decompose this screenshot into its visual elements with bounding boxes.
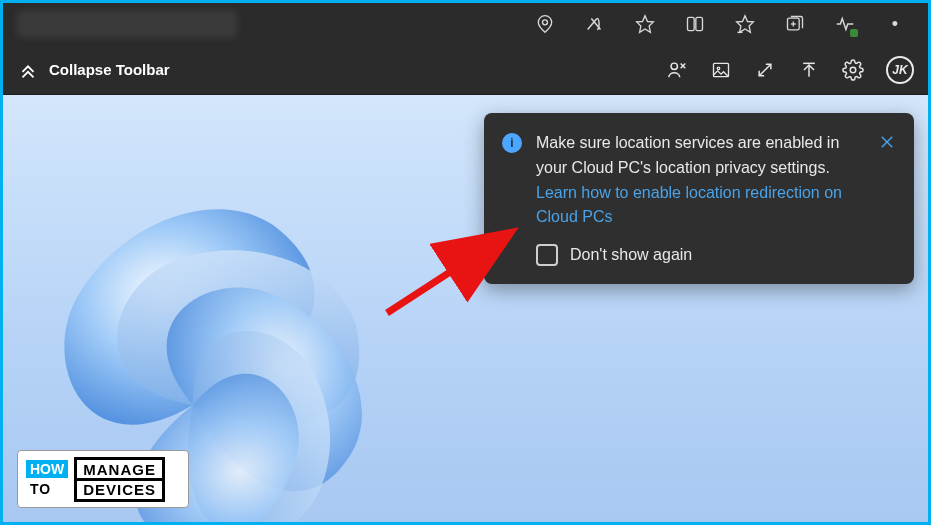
active-tab[interactable] <box>17 10 237 38</box>
more-icon[interactable]: • <box>884 13 906 35</box>
browser-tab-bar: • <box>3 3 928 45</box>
svg-point-11 <box>717 67 720 70</box>
content-viewport: i Make sure location services are enable… <box>3 95 928 522</box>
location-notification: i Make sure location services are enable… <box>484 113 914 284</box>
watermark-manage: MANAGE <box>74 457 165 478</box>
chevron-double-up-icon <box>17 59 39 81</box>
close-icon[interactable] <box>878 133 896 151</box>
collections-icon[interactable] <box>784 13 806 35</box>
split-screen-icon[interactable] <box>684 13 706 35</box>
svg-point-9 <box>671 63 677 69</box>
picture-icon[interactable] <box>710 59 732 81</box>
watermark-to: TO <box>26 480 68 498</box>
dont-show-checkbox[interactable] <box>536 244 558 266</box>
read-aloud-icon[interactable] <box>584 13 606 35</box>
location-icon[interactable] <box>534 13 556 35</box>
collapse-toolbar-button[interactable]: Collapse Toolbar <box>17 59 170 81</box>
gear-icon[interactable] <box>842 59 864 81</box>
watermark-how: HOW <box>26 460 68 478</box>
svg-marker-4 <box>737 16 754 33</box>
person-connect-icon[interactable] <box>666 59 688 81</box>
notification-message: Make sure location services are enabled … <box>536 131 864 230</box>
dont-show-label: Don't show again <box>570 246 692 264</box>
fullscreen-icon[interactable] <box>754 59 776 81</box>
learn-more-link[interactable]: Learn how to enable location redirection… <box>536 184 842 226</box>
user-avatar[interactable]: JK <box>886 56 914 84</box>
favorites-icon[interactable] <box>734 13 756 35</box>
watermark-logo: HOW TO MANAGE DEVICES <box>17 450 189 508</box>
svg-rect-2 <box>688 17 695 30</box>
app-toolbar: Collapse Toolbar JK <box>3 45 928 95</box>
svg-marker-1 <box>637 16 654 33</box>
svg-point-0 <box>543 20 548 25</box>
star-icon[interactable] <box>634 13 656 35</box>
performance-icon[interactable] <box>834 13 856 35</box>
svg-point-15 <box>850 67 856 73</box>
svg-rect-3 <box>696 17 703 30</box>
info-icon: i <box>502 133 522 153</box>
svg-line-12 <box>759 64 771 76</box>
upload-icon[interactable] <box>798 59 820 81</box>
collapse-toolbar-label: Collapse Toolbar <box>49 61 170 78</box>
watermark-devices: DEVICES <box>74 478 165 502</box>
notification-body-text: Make sure location services are enabled … <box>536 134 839 176</box>
